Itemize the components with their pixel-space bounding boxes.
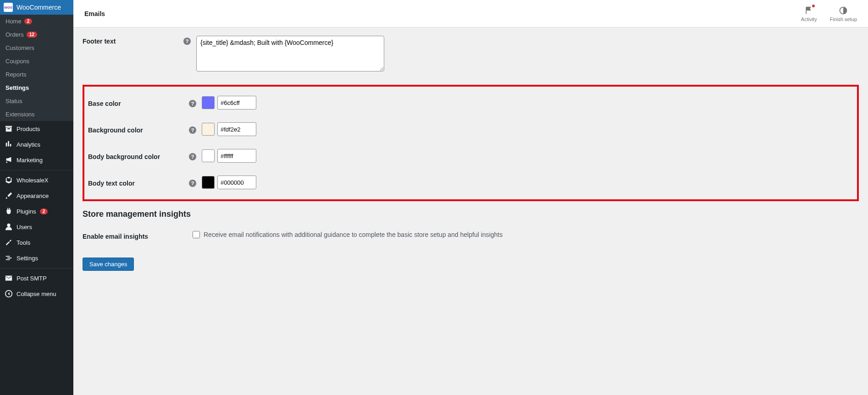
background-color-swatch[interactable] bbox=[202, 123, 215, 136]
sidebar-item-label: Appearance bbox=[17, 192, 49, 199]
sidebar-item-label: Orders bbox=[6, 31, 24, 38]
sidebar-brand[interactable]: woo WooCommerce bbox=[0, 0, 73, 15]
notification-badge: 2 bbox=[40, 208, 48, 214]
sliders-icon bbox=[5, 254, 13, 262]
admin-sidebar: woo WooCommerce Home 2 Orders 12 Custome… bbox=[0, 0, 73, 395]
sidebar-item-orders[interactable]: Orders 12 bbox=[0, 28, 73, 41]
label-background-color: Background color bbox=[88, 125, 189, 134]
brush-icon bbox=[5, 192, 13, 200]
background-color-input[interactable] bbox=[217, 122, 256, 136]
help-icon[interactable]: ? bbox=[183, 38, 191, 45]
topbar-action-label: Finish setup bbox=[830, 16, 857, 22]
sidebar-item-post-smtp[interactable]: Post SMTP bbox=[0, 270, 73, 286]
sidebar-item-extensions[interactable]: Extensions bbox=[0, 108, 73, 121]
help-icon[interactable]: ? bbox=[189, 153, 196, 160]
archive-icon bbox=[5, 125, 13, 133]
sidebar-item-coupons[interactable]: Coupons bbox=[0, 55, 73, 68]
sidebar-item-label: Settings bbox=[6, 84, 29, 91]
label-body-text-color: Body text color bbox=[88, 178, 189, 187]
row-background-color: Background color ? bbox=[88, 116, 853, 143]
wrench-icon bbox=[5, 238, 13, 247]
main-content: Emails Activity Finish setup bbox=[73, 0, 868, 395]
sidebar-item-label: Plugins bbox=[17, 208, 36, 215]
sidebar-item-label: Coupons bbox=[6, 58, 29, 65]
sidebar-item-label: Collapse menu bbox=[17, 291, 56, 297]
sidebar-item-label: Reports bbox=[6, 71, 27, 78]
sidebar-item-users[interactable]: Users bbox=[0, 219, 73, 235]
sidebar-item-marketing[interactable]: Marketing bbox=[0, 152, 73, 168]
label-footer-text: Footer text bbox=[83, 36, 183, 45]
sidebar-item-label: Tools bbox=[17, 239, 30, 246]
row-enable-insights: Enable email insights Receive email noti… bbox=[83, 225, 859, 247]
sidebar-item-reports[interactable]: Reports bbox=[0, 68, 73, 81]
user-icon bbox=[5, 223, 13, 231]
sidebar-item-analytics[interactable]: Analytics bbox=[0, 137, 73, 152]
collapse-icon bbox=[5, 290, 13, 298]
notification-dot bbox=[812, 5, 815, 7]
enable-insights-checkbox[interactable] bbox=[193, 231, 200, 238]
footer-text-input[interactable] bbox=[196, 36, 384, 71]
sidebar-brand-label: WooCommerce bbox=[17, 4, 61, 11]
svg-point-0 bbox=[7, 224, 10, 227]
color-settings-highlight: Base color ? Background color ? Body bac… bbox=[83, 85, 859, 201]
help-icon[interactable]: ? bbox=[189, 126, 196, 134]
body-bg-color-swatch[interactable] bbox=[202, 149, 215, 162]
notification-badge: 12 bbox=[27, 32, 37, 38]
help-icon[interactable]: ? bbox=[189, 180, 196, 187]
sidebar-item-tools[interactable]: Tools bbox=[0, 235, 73, 250]
sidebar-item-label: Settings bbox=[17, 255, 38, 262]
package-icon bbox=[5, 176, 13, 184]
sidebar-item-plugins[interactable]: Plugins 2 bbox=[0, 203, 73, 219]
row-base-color: Base color ? bbox=[88, 89, 853, 116]
body-bg-color-input[interactable] bbox=[217, 149, 256, 163]
sidebar-item-status[interactable]: Status bbox=[0, 94, 73, 108]
topbar-actions: Activity Finish setup bbox=[801, 5, 857, 22]
body-text-color-input[interactable] bbox=[217, 176, 256, 189]
notification-badge: 2 bbox=[24, 18, 33, 24]
woo-logo-icon: woo bbox=[4, 3, 13, 12]
sidebar-item-wholesalex[interactable]: WholesaleX bbox=[0, 172, 73, 188]
finish-setup-button[interactable]: Finish setup bbox=[830, 5, 857, 22]
page-title: Emails bbox=[84, 10, 105, 17]
sidebar-item-label: Marketing bbox=[17, 157, 43, 164]
mail-icon bbox=[5, 274, 13, 282]
sidebar-item-label: Products bbox=[17, 126, 40, 132]
activity-button[interactable]: Activity bbox=[801, 5, 817, 22]
megaphone-icon bbox=[5, 156, 13, 164]
base-color-input[interactable] bbox=[217, 96, 256, 110]
half-circle-icon bbox=[838, 5, 848, 16]
sidebar-item-label: WholesaleX bbox=[17, 177, 48, 184]
row-footer-text: Footer text ? bbox=[83, 29, 859, 79]
sidebar-item-customers[interactable]: Customers bbox=[0, 41, 73, 55]
flag-icon bbox=[804, 5, 814, 16]
sidebar-item-settings-wp[interactable]: Settings bbox=[0, 250, 73, 266]
sidebar-item-products[interactable]: Products bbox=[0, 121, 73, 137]
sidebar-item-label: Customers bbox=[6, 44, 34, 51]
help-icon[interactable]: ? bbox=[189, 100, 196, 107]
label-base-color: Base color bbox=[88, 98, 189, 107]
sidebar-item-home[interactable]: Home 2 bbox=[0, 15, 73, 28]
row-body-text-color: Body text color ? bbox=[88, 169, 853, 196]
topbar-action-label: Activity bbox=[801, 16, 817, 22]
truncated-row bbox=[83, 23, 859, 29]
base-color-swatch[interactable] bbox=[202, 96, 215, 109]
body-text-color-swatch[interactable] bbox=[202, 176, 215, 189]
enable-insights-text: Receive email notifications with additio… bbox=[204, 231, 503, 238]
label-body-bg-color: Body background color bbox=[88, 151, 189, 160]
sidebar-item-label: Home bbox=[6, 18, 22, 25]
save-button[interactable]: Save changes bbox=[83, 258, 134, 271]
label-enable-insights: Enable email insights bbox=[83, 231, 193, 240]
plug-icon bbox=[5, 207, 13, 215]
row-body-bg-color: Body background color ? bbox=[88, 143, 853, 169]
sidebar-item-label: Status bbox=[6, 98, 22, 104]
sidebar-collapse[interactable]: Collapse menu bbox=[0, 286, 73, 302]
sidebar-submenu: Home 2 Orders 12 Customers Coupons Repor… bbox=[0, 15, 73, 121]
sidebar-item-label: Post SMTP bbox=[17, 275, 47, 282]
section-heading-insights: Store management insights bbox=[83, 209, 859, 219]
chart-bar-icon bbox=[5, 140, 13, 148]
sidebar-item-appearance[interactable]: Appearance bbox=[0, 188, 73, 203]
sidebar-item-settings[interactable]: Settings bbox=[0, 81, 73, 94]
sidebar-item-label: Extensions bbox=[6, 111, 35, 118]
sidebar-item-label: Analytics bbox=[17, 141, 40, 148]
sidebar-item-label: Users bbox=[17, 224, 32, 230]
